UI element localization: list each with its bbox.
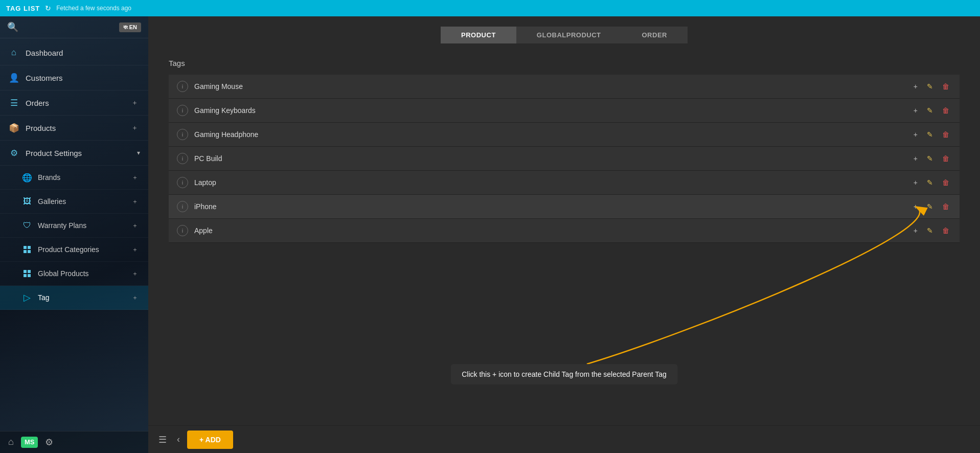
categories-icon [21, 244, 33, 255]
tag-add-child-button[interactable]: + [911, 201, 920, 212]
tag-icon: ▷ [21, 292, 33, 303]
sidebar-sub-item-label: Galleries [38, 197, 130, 206]
tag-edit-button[interactable]: ✎ [925, 129, 935, 140]
orders-icon: ☰ [8, 97, 19, 108]
sidebar-sub-item-label: Warranty Plans [38, 221, 130, 230]
tag-delete-button[interactable]: 🗑 [940, 105, 951, 116]
tag-actions: + ✎ 🗑 [911, 81, 951, 92]
svg-rect-1 [28, 246, 31, 249]
categories-add-icon[interactable]: ＋ [130, 244, 140, 255]
menu-button[interactable]: ☰ [155, 431, 170, 448]
sidebar-item-orders[interactable]: ☰ Orders ＋ [0, 90, 148, 116]
tag-add-child-button[interactable]: + [911, 105, 920, 116]
customers-icon: 👤 [8, 72, 19, 83]
tag-edit-button[interactable]: ✎ [925, 153, 935, 164]
sidebar: 🔍 বাং EN ⌂ Dashboard 👤 Customers ☰ O [0, 16, 148, 453]
sidebar-item-label: Dashboard [26, 49, 140, 57]
bottom-bar: ☰ ‹ + ADD [148, 425, 980, 453]
svg-rect-7 [28, 274, 31, 277]
tag-actions: + ✎ 🗑 [911, 153, 951, 164]
tab-product[interactable]: PRODUCT [441, 27, 516, 43]
table-row: i Gaming Mouse + ✎ 🗑 [169, 75, 960, 99]
info-icon: i [177, 105, 188, 116]
svg-rect-5 [28, 270, 31, 273]
tag-edit-button[interactable]: ✎ [925, 177, 935, 188]
sidebar-content: 🔍 বাং EN ⌂ Dashboard 👤 Customers ☰ O [0, 16, 148, 453]
settings-icon: ⚙ [8, 147, 19, 158]
tag-delete-button[interactable]: 🗑 [940, 225, 951, 236]
warranty-add-icon[interactable]: ＋ [130, 220, 140, 231]
orders-add-icon[interactable]: ＋ [129, 97, 140, 108]
main-content: PRODUCT GLOBALPRODUCT ORDER Tags i Gamin… [148, 16, 980, 453]
tag-add-child-button[interactable]: + [911, 81, 920, 92]
search-icon-button[interactable]: 🔍 [7, 21, 18, 33]
sidebar-item-products[interactable]: 📦 Products ＋ [0, 116, 148, 141]
sidebar-sub-item-label: Brands [38, 173, 130, 182]
sidebar-item-galleries[interactable]: 🖼 Galleries ＋ [0, 190, 148, 214]
sidebar-item-dashboard[interactable]: ⌂ Dashboard [0, 40, 148, 65]
tag-add-child-button[interactable]: + [911, 177, 920, 188]
home-bottom-icon[interactable]: ⌂ [8, 437, 14, 448]
table-row: i PC Build + ✎ 🗑 [169, 147, 960, 171]
tag-delete-button[interactable]: 🗑 [940, 177, 951, 188]
tag-edit-button[interactable]: ✎ [925, 225, 935, 236]
sidebar-item-product-categories[interactable]: Product Categories ＋ [0, 238, 148, 262]
tag-edit-button[interactable]: ✎ [925, 201, 935, 212]
add-button[interactable]: + ADD [187, 431, 233, 449]
tag-name-label: Gaming Mouse [194, 82, 911, 90]
tag-add-icon[interactable]: ＋ [130, 292, 140, 303]
tag-name-label: PC Build [194, 154, 911, 163]
lang-badge[interactable]: বাং EN [119, 22, 141, 32]
info-icon: i [177, 81, 188, 92]
svg-rect-3 [28, 250, 31, 253]
sidebar-item-warranty-plans[interactable]: 🛡 Warranty Plans ＋ [0, 214, 148, 238]
svg-rect-4 [24, 270, 27, 273]
galleries-add-icon[interactable]: ＋ [130, 196, 140, 207]
tag-delete-button[interactable]: 🗑 [940, 201, 951, 212]
sidebar-item-global-products[interactable]: Global Products ＋ [0, 262, 148, 286]
tag-add-child-button[interactable]: + [911, 153, 920, 164]
sidebar-item-product-settings[interactable]: ⚙ Product Settings ▾ [0, 141, 148, 166]
sidebar-top: 🔍 বাং EN [0, 16, 148, 38]
fetch-time: Fetched a few seconds ago [56, 5, 131, 12]
home-icon: ⌂ [8, 47, 19, 58]
sidebar-item-customers[interactable]: 👤 Customers [0, 65, 148, 90]
tag-actions: + ✎ 🗑 [911, 225, 951, 236]
tag-delete-button[interactable]: 🗑 [940, 81, 951, 92]
tab-globalproduct[interactable]: GLOBALPRODUCT [516, 27, 622, 43]
tag-edit-button[interactable]: ✎ [925, 81, 935, 92]
tag-edit-button[interactable]: ✎ [925, 105, 935, 116]
sidebar-sub-item-label: Global Products [38, 269, 130, 278]
sidebar-item-tag[interactable]: ▷ Tag ＋ [0, 286, 148, 310]
tag-actions: + ✎ 🗑 [911, 129, 951, 140]
main-layout: 🔍 বাং EN ⌂ Dashboard 👤 Customers ☰ O [0, 16, 980, 453]
products-add-icon[interactable]: ＋ [129, 122, 140, 133]
ms-icon[interactable]: MS [21, 437, 38, 448]
gear-bottom-icon[interactable]: ⚙ [45, 437, 53, 448]
tag-delete-button[interactable]: 🗑 [940, 153, 951, 164]
nav-items: ⌂ Dashboard 👤 Customers ☰ Orders ＋ 📦 [0, 38, 148, 431]
sidebar-item-label: Orders [26, 99, 129, 107]
tag-actions: + ✎ 🗑 [911, 177, 951, 188]
tag-delete-button[interactable]: 🗑 [940, 129, 951, 140]
tag-add-child-button[interactable]: + [911, 129, 920, 140]
tag-add-child-button[interactable]: + [911, 225, 920, 236]
global-products-icon [21, 268, 33, 279]
back-button[interactable]: ‹ [174, 431, 183, 448]
brands-add-icon[interactable]: ＋ [130, 172, 140, 183]
brands-icon: 🌐 [21, 172, 33, 183]
sidebar-item-label: Products [26, 124, 129, 132]
products-icon: 📦 [8, 122, 19, 133]
tags-title: Tags [169, 59, 960, 67]
tag-name-label: Apple [194, 227, 911, 235]
table-row: i Laptop + ✎ 🗑 [169, 171, 960, 195]
tab-order[interactable]: ORDER [622, 27, 688, 43]
info-icon: i [177, 201, 188, 212]
global-products-add-icon[interactable]: ＋ [130, 268, 140, 279]
refresh-icon[interactable]: ↻ [45, 4, 51, 12]
sidebar-item-label: Product Settings [26, 149, 135, 157]
tabs-bar: PRODUCT GLOBALPRODUCT ORDER [148, 16, 980, 49]
chevron-down-icon: ▾ [137, 149, 140, 156]
page-title: TAG LIST [6, 5, 40, 12]
sidebar-item-brands[interactable]: 🌐 Brands ＋ [0, 166, 148, 190]
